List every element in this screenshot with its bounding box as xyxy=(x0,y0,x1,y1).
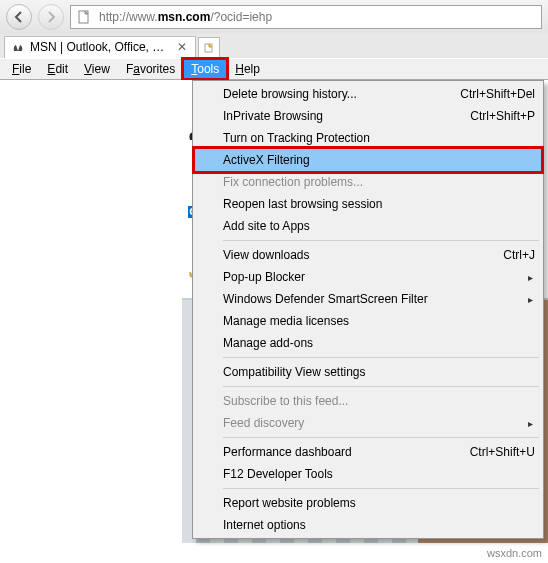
browser-chrome: http://www.msn.com/?ocid=iehp MSN | Outl… xyxy=(0,0,548,80)
menu-delete-history[interactable]: Delete browsing history...Ctrl+Shift+Del xyxy=(195,83,541,105)
menu-reopen-session[interactable]: Reopen last browsing session xyxy=(195,193,541,215)
tools-dropdown: Delete browsing history...Ctrl+Shift+Del… xyxy=(192,80,544,539)
menu-smartscreen[interactable]: Windows Defender SmartScreen Filter xyxy=(195,288,541,310)
menu-add-site-apps[interactable]: Add site to Apps xyxy=(195,215,541,237)
menu-internet-options[interactable]: Internet options xyxy=(195,514,541,536)
menu-subscribe-feed[interactable]: Subscribe to this feed... xyxy=(195,390,541,412)
page-icon xyxy=(75,8,93,26)
menu-help[interactable]: Help xyxy=(227,59,268,79)
menu-fix-connection[interactable]: Fix connection problems... xyxy=(195,171,541,193)
menu-compat-view[interactable]: Compatibility View settings xyxy=(195,361,541,383)
new-tab-button[interactable] xyxy=(198,37,220,57)
menu-view[interactable]: View xyxy=(76,59,118,79)
msn-favicon xyxy=(11,40,25,54)
menu-file[interactable]: File xyxy=(4,59,39,79)
menu-favorites[interactable]: Favorites xyxy=(118,59,183,79)
menu-perf-dashboard[interactable]: Performance dashboardCtrl+Shift+U xyxy=(195,441,541,463)
menu-media-licenses[interactable]: Manage media licenses xyxy=(195,310,541,332)
menu-separator xyxy=(223,488,539,489)
source-watermark: wsxdn.com xyxy=(487,547,542,559)
menu-separator xyxy=(223,240,539,241)
menu-f12-tools[interactable]: F12 Developer Tools xyxy=(195,463,541,485)
menu-view-downloads[interactable]: View downloadsCtrl+J xyxy=(195,244,541,266)
menu-tools[interactable]: Tools xyxy=(183,59,227,79)
menu-activex-filtering[interactable]: ActiveX Filtering xyxy=(195,149,541,171)
menu-separator xyxy=(223,357,539,358)
menu-feed-discovery[interactable]: Feed discovery xyxy=(195,412,541,434)
menu-inprivate[interactable]: InPrivate BrowsingCtrl+Shift+P xyxy=(195,105,541,127)
address-text: http://www.msn.com/?ocid=iehp xyxy=(97,10,541,24)
page-content: o 7APPUALS Delete browsing history...Ctr… xyxy=(0,80,548,543)
back-button[interactable] xyxy=(6,4,32,30)
menu-bar: File Edit View Favorites Tools Help xyxy=(0,58,548,79)
menu-tracking-protection[interactable]: Turn on Tracking Protection xyxy=(195,127,541,149)
menu-report-problems[interactable]: Report website problems xyxy=(195,492,541,514)
menu-addons[interactable]: Manage add-ons xyxy=(195,332,541,354)
menu-separator xyxy=(223,437,539,438)
tab-active[interactable]: MSN | Outlook, Office, Sky... ✕ xyxy=(4,36,196,58)
nav-row: http://www.msn.com/?ocid=iehp xyxy=(0,0,548,34)
address-bar[interactable]: http://www.msn.com/?ocid=iehp xyxy=(70,5,542,29)
menu-separator xyxy=(223,386,539,387)
menu-popup-blocker[interactable]: Pop-up Blocker xyxy=(195,266,541,288)
forward-button[interactable] xyxy=(38,4,64,30)
tab-title: MSN | Outlook, Office, Sky... xyxy=(30,40,170,54)
tab-row: MSN | Outlook, Office, Sky... ✕ xyxy=(0,34,548,58)
menu-edit[interactable]: Edit xyxy=(39,59,76,79)
tab-close-icon[interactable]: ✕ xyxy=(175,40,189,54)
